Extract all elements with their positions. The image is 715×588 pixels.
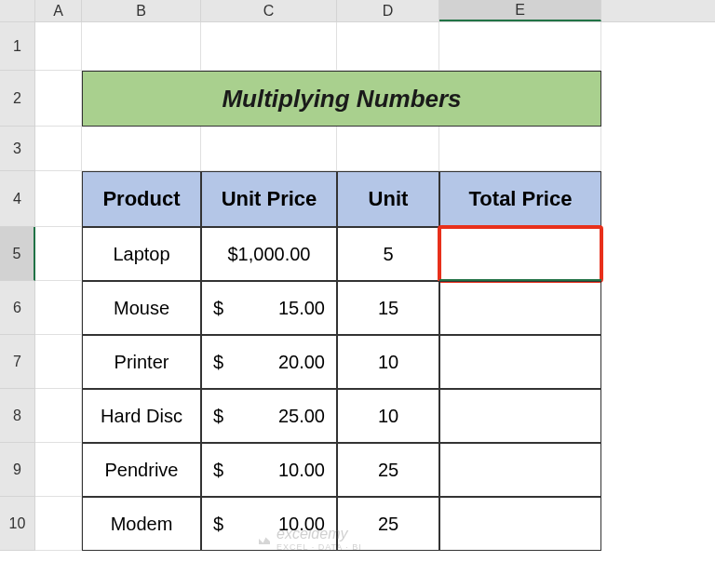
- row-header-10[interactable]: 10: [0, 497, 35, 551]
- cell-A3[interactable]: [35, 127, 82, 171]
- cell-A6[interactable]: [35, 281, 82, 335]
- cell-product-0[interactable]: Laptop: [82, 227, 201, 281]
- cell-total-4[interactable]: [439, 443, 601, 497]
- column-headers: A B C D E: [0, 0, 715, 22]
- cell-E1[interactable]: [439, 22, 601, 71]
- cell-B3[interactable]: [82, 127, 201, 171]
- cell-product-5[interactable]: Modem: [82, 497, 201, 551]
- currency-symbol: $: [213, 460, 223, 481]
- row-6: 6 Mouse $ 15.00 15: [0, 281, 715, 335]
- cell-price-3[interactable]: $ 25.00: [201, 389, 337, 443]
- cell-A2[interactable]: [35, 71, 82, 127]
- cell-unit-0[interactable]: 5: [337, 227, 439, 281]
- row-5: 5 Laptop $1,000.00 5: [0, 227, 715, 281]
- cell-total-3[interactable]: [439, 389, 601, 443]
- cell-A1[interactable]: [35, 22, 82, 71]
- spreadsheet: A B C D E 1 2 Multiplying Numbers 3: [0, 0, 715, 588]
- column-header-B[interactable]: B: [82, 0, 201, 21]
- row-header-8[interactable]: 8: [0, 389, 35, 443]
- cell-B1[interactable]: [82, 22, 201, 71]
- cell-D1[interactable]: [337, 22, 439, 71]
- column-header-D[interactable]: D: [337, 0, 439, 21]
- currency-symbol: $: [213, 406, 223, 427]
- cell-E3[interactable]: [439, 127, 601, 171]
- column-header-A[interactable]: A: [35, 0, 82, 21]
- header-total-price[interactable]: Total Price: [439, 171, 601, 227]
- row-2: 2 Multiplying Numbers: [0, 71, 715, 127]
- cell-C3[interactable]: [201, 127, 337, 171]
- row-9: 9 Pendrive $ 10.00 25: [0, 443, 715, 497]
- grid-rows: 1 2 Multiplying Numbers 3 4 Product: [0, 22, 715, 551]
- cell-unit-2[interactable]: 10: [337, 335, 439, 389]
- price-amount: 10.00: [278, 514, 325, 535]
- cell-unit-1[interactable]: 15: [337, 281, 439, 335]
- row-header-9[interactable]: 9: [0, 443, 35, 497]
- price-amount: 20.00: [278, 352, 325, 373]
- currency-symbol: $: [213, 298, 223, 319]
- cell-A4[interactable]: [35, 171, 82, 227]
- cell-A9[interactable]: [35, 443, 82, 497]
- cell-unit-3[interactable]: 10: [337, 389, 439, 443]
- row-3: 3: [0, 127, 715, 171]
- column-header-C[interactable]: C: [201, 0, 337, 21]
- price-amount: 25.00: [278, 406, 325, 427]
- row-header-5[interactable]: 5: [0, 227, 35, 281]
- row-header-7[interactable]: 7: [0, 335, 35, 389]
- cell-A5[interactable]: [35, 227, 82, 281]
- cell-unit-5[interactable]: 25: [337, 497, 439, 551]
- currency-symbol: $: [213, 514, 223, 535]
- cell-D3[interactable]: [337, 127, 439, 171]
- title-cell[interactable]: Multiplying Numbers: [82, 71, 601, 127]
- cell-unit-4[interactable]: 25: [337, 443, 439, 497]
- select-all-corner[interactable]: [0, 0, 35, 21]
- row-header-3[interactable]: 3: [0, 127, 35, 171]
- header-unit[interactable]: Unit: [337, 171, 439, 227]
- row-1: 1: [0, 22, 715, 71]
- cell-A7[interactable]: [35, 335, 82, 389]
- cell-total-1[interactable]: [439, 281, 601, 335]
- cell-price-5[interactable]: $ 10.00: [201, 497, 337, 551]
- price-amount: 10.00: [278, 460, 325, 481]
- cell-price-2[interactable]: $ 20.00: [201, 335, 337, 389]
- cell-product-2[interactable]: Printer: [82, 335, 201, 389]
- column-header-E[interactable]: E: [439, 0, 601, 21]
- row-header-4[interactable]: 4: [0, 171, 35, 227]
- cell-A10[interactable]: [35, 497, 82, 551]
- row-header-6[interactable]: 6: [0, 281, 35, 335]
- cell-price-1[interactable]: $ 15.00: [201, 281, 337, 335]
- cell-price-0[interactable]: $1,000.00: [201, 227, 337, 281]
- row-header-1[interactable]: 1: [0, 22, 35, 71]
- row-7: 7 Printer $ 20.00 10: [0, 335, 715, 389]
- cell-product-1[interactable]: Mouse: [82, 281, 201, 335]
- cell-price-4[interactable]: $ 10.00: [201, 443, 337, 497]
- row-header-2[interactable]: 2: [0, 71, 35, 127]
- highlight-box: [438, 225, 603, 283]
- cell-total-5[interactable]: [439, 497, 601, 551]
- header-product[interactable]: Product: [82, 171, 201, 227]
- currency-symbol: $: [213, 352, 223, 373]
- cell-A8[interactable]: [35, 389, 82, 443]
- cell-product-3[interactable]: Hard Disc: [82, 389, 201, 443]
- cell-total-2[interactable]: [439, 335, 601, 389]
- cell-product-4[interactable]: Pendrive: [82, 443, 201, 497]
- price-amount: 15.00: [278, 298, 325, 319]
- header-unit-price[interactable]: Unit Price: [201, 171, 337, 227]
- cell-total-0[interactable]: [439, 227, 601, 281]
- row-4: 4 Product Unit Price Unit Total Price: [0, 171, 715, 227]
- cell-C1[interactable]: [201, 22, 337, 71]
- row-8: 8 Hard Disc $ 25.00 10: [0, 389, 715, 443]
- row-10: 10 Modem $ 10.00 25: [0, 497, 715, 551]
